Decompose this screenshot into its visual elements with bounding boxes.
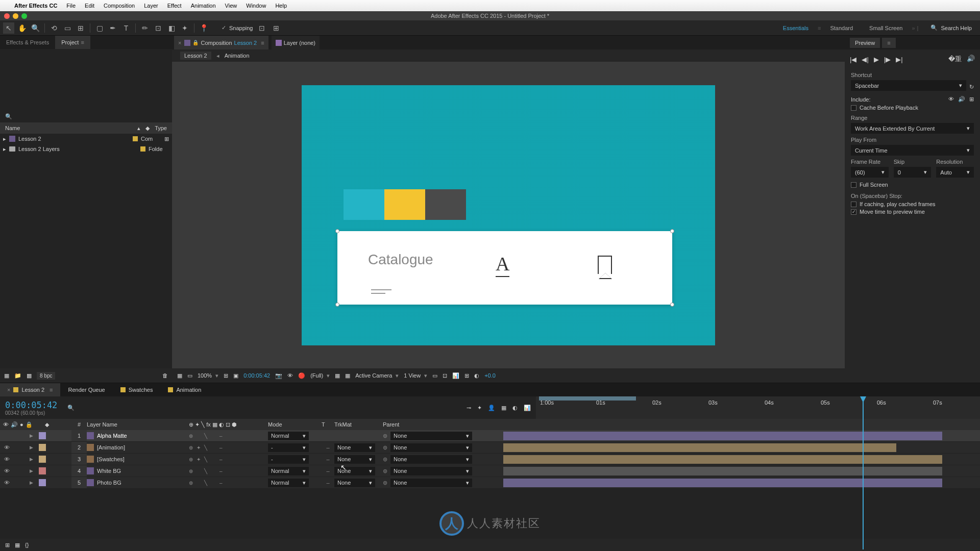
snapping-check-icon[interactable]: ✓	[222, 24, 226, 31]
quality-switch[interactable]: ╲	[204, 480, 210, 486]
effects-switch[interactable]: –	[219, 468, 226, 474]
col-audio-icon[interactable]: 🔊	[11, 421, 18, 428]
visibility-toggle-icon[interactable]: 👁	[3, 468, 10, 474]
interpret-icon[interactable]: ▦	[4, 372, 9, 379]
include-overlays-icon[interactable]: ⊞	[969, 96, 974, 103]
col-sort-icon[interactable]: ▴	[137, 125, 140, 132]
toggle-in-out-icon[interactable]: {}	[25, 542, 29, 548]
selection-handle[interactable]	[670, 303, 674, 307]
lock-icon[interactable]: 🔒	[192, 40, 199, 45]
comp-name-link[interactable]: Lesson 2	[234, 40, 257, 46]
effects-switch[interactable]: –	[219, 480, 226, 486]
tab-effects-presets[interactable]: Effects & Presets	[0, 36, 55, 49]
puppet-tool-icon[interactable]: 📍	[198, 22, 209, 34]
menu-effect[interactable]: Effect	[167, 3, 182, 9]
blend-mode-dropdown[interactable]: Normal▾	[268, 479, 309, 487]
framerate-dropdown[interactable]: (60)▾	[851, 167, 889, 178]
hand-tool-icon[interactable]: ✋	[16, 22, 28, 34]
timeline-layer-row[interactable]: 👁▶3[Swatches]⊕✦╲–-▾–None▾⊚None▾	[0, 454, 980, 465]
twirl-icon[interactable]: ▶	[30, 445, 37, 450]
toggle-modes-icon[interactable]: ▦	[15, 542, 20, 548]
fullscreen-checkbox[interactable]	[851, 182, 856, 188]
snapshot-icon[interactable]: 📷	[275, 372, 282, 379]
layer-name[interactable]: White BG	[94, 468, 189, 474]
layer-duration-bar[interactable]	[503, 443, 896, 452]
timeline-tab-animation[interactable]: Animation	[161, 383, 208, 396]
camera-dropdown[interactable]: Active Camera	[355, 372, 399, 379]
camera-tool-icon[interactable]: ▭	[62, 22, 73, 34]
flowchart-icon[interactable]: ⊞	[464, 372, 469, 379]
layer-label-color[interactable]	[39, 432, 46, 439]
cache-checkbox[interactable]	[851, 105, 856, 111]
maximize-window-icon[interactable]	[21, 13, 27, 19]
prev-frame-icon[interactable]: ◀|	[862, 56, 868, 63]
playhead[interactable]	[863, 396, 864, 549]
new-folder-icon[interactable]: 📁	[14, 372, 21, 379]
twirl-icon[interactable]: ▶	[30, 468, 37, 473]
timeline-tab-render[interactable]: Render Queue	[61, 383, 112, 396]
col-lock-icon[interactable]: 🔒	[26, 421, 33, 428]
menu-layer[interactable]: Layer	[144, 3, 158, 9]
preserve-transparency-icon[interactable]: –	[322, 456, 334, 462]
alpha-icon[interactable]: ▦	[177, 372, 182, 379]
opt1-checkbox[interactable]	[851, 202, 856, 207]
project-item-comp[interactable]: ▸ Lesson 2 Com ⊞	[0, 134, 172, 144]
comp-tab[interactable]: × 🔒 Composition Lesson 2 ≡	[174, 36, 268, 49]
workspace-standard[interactable]: Standard	[823, 23, 860, 33]
collapse-switch[interactable]: ✦	[197, 445, 203, 450]
exposure-value[interactable]: +0.0	[484, 372, 496, 379]
shy-switch[interactable]: ⊕	[189, 445, 195, 450]
brush-tool-icon[interactable]: ✏	[139, 22, 151, 34]
current-timecode[interactable]: 0:00:05:42	[5, 400, 57, 410]
skip-dropdown[interactable]: 0▾	[894, 167, 932, 178]
trkmat-dropdown[interactable]: None▾	[334, 467, 375, 475]
rotation-tool-icon[interactable]: ⟲	[48, 22, 60, 34]
resolution-dropdown[interactable]: (Full)	[310, 372, 330, 379]
parent-dropdown[interactable]: None▾	[390, 432, 472, 440]
mute-icon[interactable]: 🔊	[967, 55, 975, 64]
snapping-label[interactable]: Snapping	[229, 25, 253, 31]
timeline-layer-row[interactable]: 👁▶4White BG⊕╲–Normal▾–None▾⊚None▾	[0, 465, 980, 477]
project-item-folder[interactable]: ▸ Lesson 2 Layers Folde	[0, 144, 172, 154]
layer-duration-bar[interactable]	[503, 479, 942, 487]
workspace-small-screen[interactable]: Small Screen	[862, 23, 910, 33]
effects-switch[interactable]: –	[219, 457, 226, 462]
snap-opt2-icon[interactable]: ⊞	[271, 22, 282, 34]
layer-label-color[interactable]	[39, 467, 46, 474]
menu-animation[interactable]: Animation	[191, 3, 216, 9]
zoom-dropdown[interactable]: 100%	[198, 372, 218, 379]
shortcut-dropdown[interactable]: Spacebar▾	[851, 80, 966, 91]
search-icon[interactable]: 🔍	[930, 24, 938, 31]
quality-switch[interactable]: ╲	[204, 468, 210, 474]
twirl-icon[interactable]: ▸	[3, 146, 6, 153]
layer-tab[interactable]: Layer (none)	[272, 36, 320, 49]
panel-menu-icon[interactable]: ≡	[261, 40, 264, 46]
col-label-icon[interactable]: ◆	[45, 421, 49, 428]
last-frame-icon[interactable]: ▶|	[896, 56, 902, 63]
pen-tool-icon[interactable]: ✒	[107, 22, 118, 34]
project-search-icon[interactable]: 🔍	[5, 113, 12, 120]
color-mgmt-icon[interactable]: 🔴	[298, 372, 305, 379]
timeline-icon[interactable]: 📊	[452, 372, 459, 379]
layer-duration-bar[interactable]	[503, 455, 942, 464]
preview-res-dropdown[interactable]: Auto▾	[936, 167, 974, 178]
shy-switch[interactable]: ⊕	[189, 468, 195, 474]
layer-label-color[interactable]	[39, 444, 46, 451]
loop-icon[interactable]: �重	[948, 55, 962, 64]
close-tab-icon[interactable]: ×	[178, 40, 181, 46]
label-color-icon[interactable]	[133, 136, 138, 141]
playfrom-dropdown[interactable]: Current Time▾	[851, 145, 974, 156]
visibility-toggle-icon[interactable]: 👁	[3, 456, 10, 462]
twirl-icon[interactable]: ▶	[30, 480, 37, 485]
layer-label-color[interactable]	[39, 456, 46, 463]
timeline-tab-main[interactable]: ×Lesson 2 ≡	[0, 383, 60, 396]
view-dropdown[interactable]: 1 View	[404, 372, 427, 379]
pan-behind-tool-icon[interactable]: ⊞	[75, 22, 86, 34]
breadcrumb-item[interactable]: Lesson 2	[180, 52, 211, 60]
minimize-window-icon[interactable]	[13, 13, 18, 19]
pickwhip-icon[interactable]: ⊚	[383, 468, 387, 474]
app-name[interactable]: After Effects CC	[14, 3, 57, 9]
trkmat-dropdown[interactable]: None▾	[334, 455, 375, 464]
3d-icon[interactable]: ▦	[335, 372, 340, 379]
comp-mini-flowchart-icon[interactable]: ⊸	[467, 405, 471, 411]
